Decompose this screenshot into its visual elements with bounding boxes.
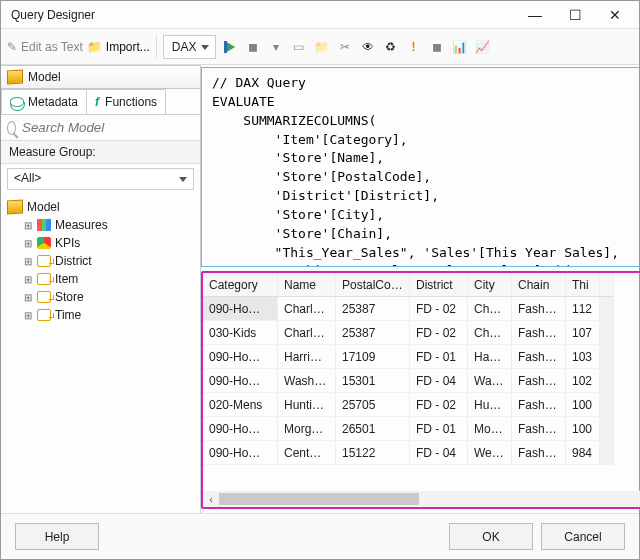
- minimize-button[interactable]: —: [515, 2, 555, 28]
- svg-rect-1: [224, 41, 227, 53]
- column-header[interactable]: Category: [203, 273, 278, 297]
- edit-as-text-label: Edit as Text: [21, 40, 83, 54]
- expander-icon[interactable]: ⊞: [23, 292, 33, 302]
- help-button[interactable]: Help: [15, 523, 99, 550]
- tree-node-district[interactable]: ⊞ District: [5, 252, 196, 270]
- table-cell: Hu…: [468, 393, 512, 417]
- tree-node-item[interactable]: ⊞ Item: [5, 270, 196, 288]
- toolbar-icon-9[interactable]: !: [404, 37, 424, 57]
- expander-icon[interactable]: ⊞: [23, 274, 33, 284]
- grid-vscroll[interactable]: [600, 417, 614, 441]
- toolbar-icon-2[interactable]: ◼: [243, 37, 263, 57]
- left-panel: Model Metadata f Functions Measure Group…: [1, 65, 201, 513]
- language-select[interactable]: DAX: [163, 35, 216, 59]
- grid-vscroll[interactable]: [600, 321, 614, 345]
- toolbar-icon-12[interactable]: 📈: [473, 37, 493, 57]
- titlebar: Query Designer — ☐ ✕: [1, 1, 639, 29]
- tree-node-label: District: [55, 254, 92, 268]
- column-header[interactable]: Thi: [566, 273, 600, 297]
- measure-group-select[interactable]: <All>: [7, 168, 194, 190]
- scroll-left-icon[interactable]: ‹: [203, 491, 219, 507]
- grid-vscroll[interactable]: [600, 297, 614, 321]
- tree-node-measures[interactable]: ⊞ Measures: [5, 216, 196, 234]
- expander-icon[interactable]: ⊞: [23, 220, 33, 230]
- toolbar-icon-4[interactable]: ▭: [289, 37, 309, 57]
- hscroll-thumb[interactable]: [219, 493, 419, 505]
- table-row[interactable]: 090-Ho…Morg…26501FD - 01Mo…Fashi…100: [203, 417, 640, 441]
- grid-vscroll[interactable]: [600, 369, 614, 393]
- table-row[interactable]: 090-Ho…Harri…17109FD - 01Ha…Fashi…103: [203, 345, 640, 369]
- column-header[interactable]: Name: [278, 273, 336, 297]
- table-cell: Wash…: [278, 369, 336, 393]
- measure-group-label: Measure Group:: [1, 140, 200, 164]
- search-input[interactable]: [20, 119, 194, 136]
- edit-as-text-button[interactable]: ✎ Edit as Text: [7, 40, 83, 54]
- toolbar-icon-10[interactable]: ◼: [427, 37, 447, 57]
- maximize-button[interactable]: ☐: [555, 2, 595, 28]
- table-cell: 102: [566, 369, 600, 393]
- import-label: Import...: [106, 40, 150, 54]
- grid-vscroll[interactable]: [600, 273, 614, 297]
- table-row[interactable]: 090-Ho…Cent…15122FD - 04We…Fashi…984: [203, 441, 640, 465]
- model-header-label: Model: [28, 70, 61, 84]
- tree-node-store[interactable]: ⊞ Store: [5, 288, 196, 306]
- table-cell: 15301: [336, 369, 410, 393]
- grid-horizontal-scrollbar[interactable]: ‹ ›: [203, 491, 640, 507]
- tree-node-time[interactable]: ⊞ Time: [5, 306, 196, 324]
- table-cell: Mo…: [468, 417, 512, 441]
- table-cell: 100: [566, 417, 600, 441]
- table-cell: 103: [566, 345, 600, 369]
- column-header[interactable]: City: [468, 273, 512, 297]
- window-buttons: — ☐ ✕: [515, 2, 635, 28]
- toolbar-icon-7[interactable]: 👁: [358, 37, 378, 57]
- toolbar-icon-3[interactable]: ▾: [266, 37, 286, 57]
- table-cell: Charl…: [278, 297, 336, 321]
- ok-button[interactable]: OK: [449, 523, 533, 550]
- expander-icon[interactable]: ⊞: [23, 256, 33, 266]
- ok-label: OK: [482, 530, 499, 544]
- dimension-icon: [37, 255, 51, 267]
- column-header[interactable]: PostalCode: [336, 273, 410, 297]
- table-cell: Hunti…: [278, 393, 336, 417]
- window-title: Query Designer: [11, 8, 515, 22]
- tab-functions[interactable]: f Functions: [86, 89, 166, 114]
- body: Model Metadata f Functions Measure Group…: [1, 65, 639, 513]
- table-row[interactable]: 090-Ho…Charl…25387FD - 02Ch…Fashi…112: [203, 297, 640, 321]
- tab-metadata[interactable]: Metadata: [1, 89, 87, 114]
- table-row[interactable]: 090-Ho…Wash…15301FD - 04Wa…Fashi…102: [203, 369, 640, 393]
- dimension-icon: [37, 309, 51, 321]
- table-cell: FD - 04: [410, 441, 468, 465]
- table-row[interactable]: 030-KidsCharl…25387FD - 02Ch…Fashi…107: [203, 321, 640, 345]
- close-button[interactable]: ✕: [595, 2, 635, 28]
- grid-vscroll[interactable]: [600, 345, 614, 369]
- tree-node-kpis[interactable]: ⊞ KPIs: [5, 234, 196, 252]
- cancel-button[interactable]: Cancel: [541, 523, 625, 550]
- fx-icon: f: [95, 95, 99, 109]
- toolbar-icon-11[interactable]: 📊: [450, 37, 470, 57]
- measure-group-value: <All>: [14, 171, 41, 185]
- column-header[interactable]: Chain: [512, 273, 566, 297]
- dimension-icon: [37, 291, 51, 303]
- cube-icon: [7, 200, 23, 215]
- column-header[interactable]: District: [410, 273, 468, 297]
- expander-icon[interactable]: ⊞: [23, 238, 33, 248]
- toolbar-icon-6[interactable]: ✂: [335, 37, 355, 57]
- run-query-icon[interactable]: [220, 37, 240, 57]
- database-icon: [10, 97, 24, 107]
- toolbar-icon-5[interactable]: 📁: [312, 37, 332, 57]
- import-button[interactable]: 📁 Import...: [87, 40, 150, 54]
- table-cell: Fashi…: [512, 417, 566, 441]
- grid-vscroll[interactable]: [600, 441, 614, 465]
- expander-icon[interactable]: ⊞: [23, 310, 33, 320]
- table-cell: FD - 02: [410, 321, 468, 345]
- table-cell: Charl…: [278, 321, 336, 345]
- query-editor[interactable]: // DAX Query EVALUATE SUMMARIZECOLUMNS( …: [201, 67, 640, 267]
- tree-root[interactable]: Model: [5, 198, 196, 216]
- toolbar-icon-8[interactable]: ♻: [381, 37, 401, 57]
- table-cell: 020-Mens: [203, 393, 278, 417]
- query-designer-window: Query Designer — ☐ ✕ ✎ Edit as Text 📁 Im…: [0, 0, 640, 560]
- table-cell: 112: [566, 297, 600, 321]
- grid-vscroll[interactable]: [600, 393, 614, 417]
- table-row[interactable]: 020-MensHunti…25705FD - 02Hu…Fashi…100: [203, 393, 640, 417]
- table-cell: 107: [566, 321, 600, 345]
